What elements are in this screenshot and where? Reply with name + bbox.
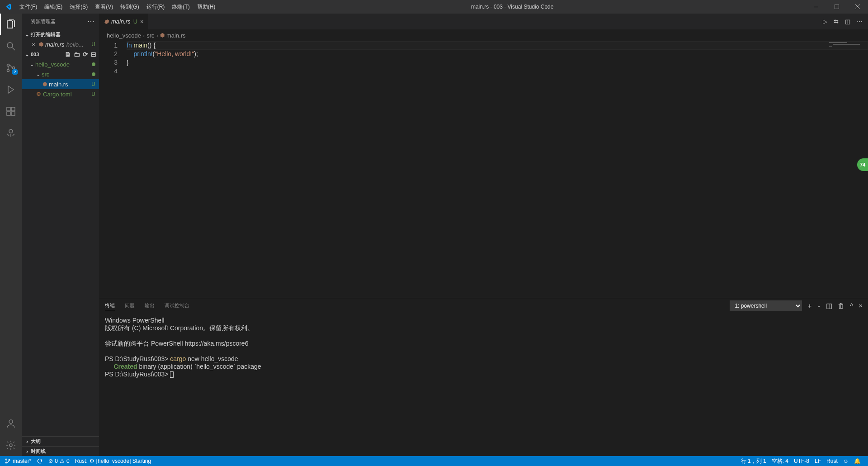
- new-file-icon[interactable]: 🗎: [65, 51, 71, 58]
- split-terminal-icon[interactable]: ◫: [826, 302, 832, 310]
- tree-folder-src[interactable]: ⌄ src: [22, 69, 99, 79]
- new-terminal-icon[interactable]: +: [807, 302, 811, 309]
- cargo-file-icon: ⚙: [36, 91, 41, 97]
- git-status: U: [91, 91, 95, 97]
- chevron-right-icon: ›: [156, 32, 158, 39]
- activity-run-debug[interactable]: [0, 79, 22, 100]
- more-icon[interactable]: ⋯: [857, 18, 863, 25]
- minimap[interactable]: [827, 41, 868, 68]
- kill-terminal-icon[interactable]: 🗑: [838, 302, 844, 309]
- svg-point-18: [9, 459, 10, 461]
- open-editor-path: hello...: [66, 41, 90, 48]
- menu-view[interactable]: 查看(V): [91, 0, 117, 14]
- breadcrumb-item[interactable]: src: [146, 32, 154, 39]
- panel-tab-problems[interactable]: 问题: [125, 300, 135, 311]
- terminal[interactable]: Windows PowerShell 版权所有 (C) Microsoft Co…: [99, 313, 868, 456]
- status-spaces[interactable]: 空格: 4: [769, 456, 791, 466]
- timeline-label: 时间线: [31, 448, 46, 455]
- activity-settings[interactable]: [0, 434, 22, 456]
- tree-folder-hello-vscode[interactable]: ⌄ hello_vscode: [22, 59, 99, 69]
- status-bar: master* ⊘0 ⚠0 Rust: ⚙ [hello_vscode] Sta…: [0, 456, 868, 466]
- panel-tab-terminal[interactable]: 终端: [105, 300, 115, 311]
- tree-file-main-rs[interactable]: ⬢ main.rs U: [22, 79, 99, 89]
- titlebar: 文件(F) 编辑(E) 选择(S) 查看(V) 转到(G) 运行(R) 终端(T…: [0, 0, 868, 14]
- collapse-all-icon[interactable]: ⊟: [91, 51, 96, 58]
- git-status: U: [91, 41, 99, 48]
- open-editors-header[interactable]: ⌄ 打开的编辑器: [22, 29, 99, 39]
- panel-tab-debug-console[interactable]: 调试控制台: [165, 300, 189, 311]
- terminal-shell-select[interactable]: 1: powershell: [730, 300, 802, 311]
- activity-rust-analyzer[interactable]: [0, 122, 22, 144]
- new-folder-icon[interactable]: 🗀: [74, 51, 80, 58]
- status-problems[interactable]: ⊘0 ⚠0: [46, 456, 72, 466]
- chevron-down-icon[interactable]: ⌄: [817, 303, 821, 308]
- svg-point-15: [9, 444, 12, 447]
- timeline-header[interactable]: › 时间线: [22, 446, 99, 456]
- outline-header[interactable]: › 大纲: [22, 436, 99, 446]
- scm-badge: 2: [12, 69, 18, 75]
- tree-file-cargo-toml[interactable]: ⚙ Cargo.toml U: [22, 89, 99, 99]
- editor-area: ⬢ main.rs U × ▷ ⇆ ◫ ⋯ hello_vscode › src…: [99, 14, 868, 456]
- code-editor[interactable]: 1234 fn main() { println!("Hello, world!…: [99, 41, 868, 298]
- activity-search[interactable]: [0, 35, 22, 57]
- menu-selection[interactable]: 选择(S): [66, 0, 91, 14]
- status-eol[interactable]: LF: [812, 456, 824, 466]
- floating-badge[interactable]: 74: [857, 158, 868, 171]
- menu-terminal[interactable]: 终端(T): [168, 0, 193, 14]
- menu-file[interactable]: 文件(F): [16, 0, 41, 14]
- activity-scm[interactable]: 2: [0, 57, 22, 79]
- status-encoding[interactable]: UTF-8: [791, 456, 812, 466]
- folder-header[interactable]: ⌄ 003 🗎 🗀 ⟳ ⊟: [22, 49, 99, 59]
- chevron-right-icon: ›: [24, 448, 31, 455]
- tab-git-status: U: [133, 18, 137, 25]
- close-icon[interactable]: ×: [30, 41, 37, 48]
- status-branch[interactable]: master*: [2, 456, 34, 466]
- code-lines[interactable]: fn main() { println!("Hello, world!");}: [127, 41, 868, 298]
- activity-accounts[interactable]: [0, 413, 22, 434]
- open-editor-item[interactable]: × ⬢ main.rs hello... U: [22, 39, 99, 49]
- status-sync[interactable]: [34, 456, 46, 466]
- panel-tab-output[interactable]: 输出: [145, 300, 155, 311]
- maximize-button[interactable]: [826, 0, 847, 14]
- menu-go[interactable]: 转到(G): [117, 0, 142, 14]
- tree-label: main.rs: [49, 81, 68, 88]
- status-ln-col[interactable]: 行 1，列 1: [738, 456, 769, 466]
- run-icon[interactable]: ▷: [823, 18, 827, 25]
- rust-file-icon: ⬢: [104, 19, 108, 25]
- minimize-button[interactable]: [806, 0, 826, 14]
- svg-rect-0: [814, 7, 818, 7]
- status-notifications-icon[interactable]: 🔔: [851, 456, 863, 466]
- svg-point-6: [7, 64, 9, 67]
- menu-run[interactable]: 运行(R): [143, 0, 169, 14]
- breadcrumb-item[interactable]: main.rs: [166, 32, 186, 39]
- maximize-panel-icon[interactable]: ^: [850, 302, 853, 309]
- sidebar-title: 资源管理器: [31, 18, 56, 25]
- sidebar-header: 资源管理器 ⋯: [22, 14, 99, 29]
- menu-edit[interactable]: 编辑(E): [41, 0, 66, 14]
- file-tree: ⌄ hello_vscode ⌄ src ⬢ main.rs U ⚙ Cargo…: [22, 59, 99, 99]
- activity-extensions[interactable]: [0, 100, 22, 122]
- tab-main-rs[interactable]: ⬢ main.rs U ×: [99, 14, 149, 29]
- close-icon[interactable]: ×: [140, 18, 144, 25]
- status-language[interactable]: Rust: [824, 456, 840, 466]
- status-feedback-icon[interactable]: ☺: [840, 456, 851, 466]
- close-button[interactable]: [847, 0, 868, 14]
- compare-icon[interactable]: ⇆: [834, 18, 839, 25]
- sidebar-more-icon[interactable]: ⋯: [87, 17, 95, 26]
- menu-bar: 文件(F) 编辑(E) 选择(S) 查看(V) 转到(G) 运行(R) 终端(T…: [16, 0, 219, 14]
- breadcrumb-item[interactable]: hello_vscode: [107, 32, 141, 39]
- vscode-logo-icon: [0, 3, 16, 10]
- menu-help[interactable]: 帮助(H): [193, 0, 219, 14]
- git-modified-dot: [92, 62, 95, 66]
- close-panel-icon[interactable]: ×: [859, 302, 863, 309]
- svg-point-4: [7, 43, 13, 48]
- split-editor-icon[interactable]: ◫: [845, 18, 850, 25]
- sidebar: 资源管理器 ⋯ ⌄ 打开的编辑器 × ⬢ main.rs hello... U …: [22, 14, 99, 456]
- breadcrumb[interactable]: hello_vscode › src › ⬢ main.rs: [99, 29, 868, 41]
- activity-explorer[interactable]: [0, 14, 22, 35]
- status-rust-analyzer[interactable]: Rust: ⚙ [hello_vscode] Starting: [72, 456, 154, 466]
- folder-name: 003: [31, 52, 39, 57]
- svg-point-13: [9, 129, 13, 133]
- svg-rect-1: [835, 5, 839, 9]
- refresh-icon[interactable]: ⟳: [83, 51, 88, 58]
